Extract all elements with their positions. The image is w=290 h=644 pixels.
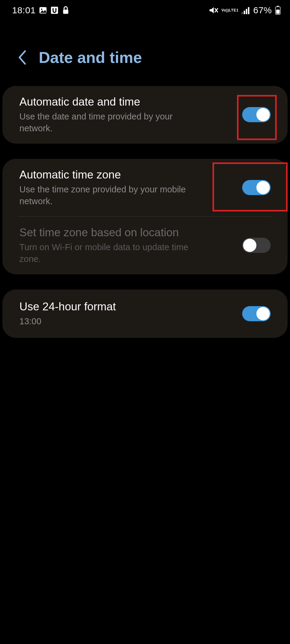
status-left: 18:01 [12,5,70,15]
row-subtitle: Turn on Wi-Fi or mobile data to update t… [19,241,201,265]
toggle-location-timezone [242,238,271,253]
row-subtitle: Use the date and time provided by your n… [19,111,201,134]
row-auto-datetime[interactable]: Automatic date and time Use the date and… [19,86,271,144]
battery-pct: 67% [253,5,272,15]
svg-rect-12 [276,10,280,14]
toggle-auto-timezone[interactable] [242,180,271,195]
toggle-knob [243,239,256,252]
row-title: Set time zone based on location [19,226,233,240]
toggle-knob [256,108,270,121]
status-time: 18:01 [12,5,36,15]
row-auto-timezone[interactable]: Automatic time zone Use the time zone pr… [19,159,271,217]
toggle-knob [256,307,270,320]
svg-rect-7 [244,11,245,14]
status-bar: 18:01 Vo)) LTE1 67% [0,0,290,18]
page-title: Date and time [39,48,142,67]
status-right: Vo)) LTE1 67% [209,5,281,15]
lock-icon [62,6,70,15]
signal-icon [242,6,250,14]
card-24h: Use 24-hour format 13:00 [2,289,288,338]
battery-icon [275,6,281,15]
toggle-knob [256,181,270,194]
card-auto-datetime: Automatic date and time Use the date and… [2,86,288,144]
svg-rect-8 [246,9,247,14]
mute-icon [209,6,219,15]
card-timezone: Automatic time zone Use the time zone pr… [2,159,288,274]
row-24h-format[interactable]: Use 24-hour format 13:00 [19,289,271,338]
picture-icon [39,6,47,15]
svg-rect-9 [248,7,249,14]
row-title: Automatic date and time [19,95,233,109]
row-title: Use 24-hour format [19,300,233,314]
volte-icon: Vo)) LTE1 [222,8,239,12]
svg-point-1 [41,8,42,10]
back-icon[interactable] [18,50,27,65]
app-bar: Date and time [0,30,290,85]
u-box-icon [50,6,59,15]
row-subtitle: 13:00 [19,315,201,327]
svg-rect-3 [63,10,68,14]
toggle-24h[interactable] [242,306,271,321]
row-title: Automatic time zone [19,168,233,182]
toggle-auto-datetime[interactable] [242,107,271,122]
row-location-timezone: Set time zone based on location Turn on … [19,217,271,274]
row-subtitle: Use the time zone provided by your mobil… [19,184,201,207]
svg-rect-6 [242,12,243,14]
screen: { "status": { "time": "18:01", "icons_le… [0,0,290,644]
